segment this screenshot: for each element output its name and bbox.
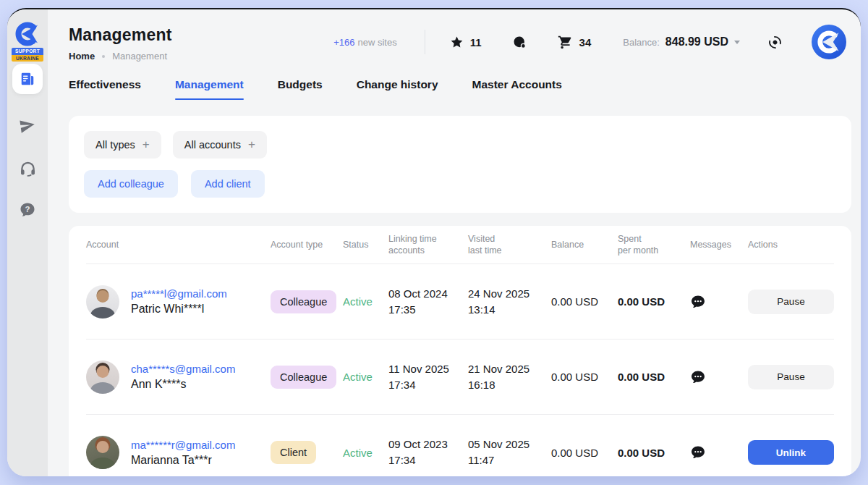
breadcrumb-home[interactable]: Home [69,51,95,62]
account-type-cell: Colleague [271,366,343,389]
visited-time: 16:18 [468,377,551,393]
collaborator-logo-icon[interactable] [14,20,41,48]
visited-time: 11:47 [468,452,551,468]
account-type-cell: Colleague [271,290,343,313]
tab-budgets[interactable]: Budgets [278,78,323,91]
col-visited: Visitedlast time [468,233,551,256]
avatar[interactable] [86,436,119,469]
visited-date: 05 Nov 2025 [468,436,551,452]
message-dots-icon [690,294,706,310]
col-account: Account [86,239,271,250]
stats-divider [425,30,425,54]
balance-cell: 0.00 USD [551,371,618,383]
balance-dropdown[interactable]: Balance: 848.99 USD [623,35,740,48]
avatar[interactable] [86,285,119,319]
status-badge: Active [343,447,388,459]
all-accounts-label: All accounts [184,139,241,151]
page-header: Management Home Management [69,25,172,62]
support-ukraine-badge[interactable]: SUPPORT UKRAINE [12,48,43,62]
linking-time: 17:34 [388,377,468,393]
message-button[interactable] [690,294,706,310]
news-icon [20,71,35,87]
table-header-row: Account Account type Status Linking time… [86,226,834,264]
visited-cell: 24 Nov 2025 13:14 [468,286,551,318]
all-accounts-filter[interactable]: All accounts + [173,131,267,159]
sidebar-item-sites[interactable] [12,64,43,94]
balance-cell: 0.00 USD [551,295,618,308]
plus-icon: + [142,138,150,152]
avatar[interactable] [86,360,119,394]
add-colleague-button[interactable]: Add colleague [84,170,178,198]
linking-date: 08 Oct 2024 [388,286,468,302]
actions-cell: Pause [748,365,834,389]
linking-date: 11 Nov 2025 [388,361,468,377]
visited-date: 21 Nov 2025 [468,361,551,377]
breadcrumb-separator [102,55,105,58]
chats-stat[interactable] [512,35,527,50]
send-icon [19,117,36,135]
account-identity: pa*****l@gmail.com Patric Whi****l [131,287,227,316]
row-action-button[interactable]: Pause [748,290,834,314]
account-avatar-logo[interactable] [812,25,846,59]
col-linking-time: Linking timeaccounts [388,233,468,256]
table-row: pa*****l@gmail.com Patric Whi****l Colle… [86,264,834,340]
visited-cell: 21 Nov 2025 16:18 [468,361,551,393]
account-name: Ann K****s [131,378,235,391]
linking-time-cell: 09 Oct 2023 17:34 [388,436,468,468]
status-badge: Active [343,371,388,383]
support-ukraine-line1: SUPPORT [12,48,43,55]
sidebar-item-send[interactable] [7,117,48,135]
all-types-filter[interactable]: All types + [84,131,161,159]
tab-master-accounts[interactable]: Master Accounts [472,78,562,91]
tab-change-history[interactable]: Change history [357,78,438,91]
star-icon [450,35,464,49]
sidebar-item-support[interactable] [7,159,48,177]
account-cell: cha*****s@gmail.com Ann K****s [86,360,271,394]
new-sites-link[interactable]: +166new sites [333,37,397,48]
favorites-stat[interactable]: 11 [450,35,482,49]
account-email[interactable]: ma******r@gmail.com [131,439,235,451]
account-type-cell: Client [271,441,343,464]
tab-effectiveness[interactable]: Effectiveness [69,78,141,91]
account-cell: ma******r@gmail.com Marianna Ta***r [86,436,271,469]
help-bubble-icon: ? [19,201,36,219]
linking-time: 17:34 [388,452,468,468]
headphones-icon [19,159,37,177]
sidebar-item-help[interactable]: ? [7,201,48,219]
tab-management[interactable]: Management [175,78,244,91]
add-buttons-row: Add colleague Add client [84,170,265,198]
breadcrumb-current: Management [112,51,167,62]
spent-cell: 0.00 USD [618,371,690,383]
table-row: ma******r@gmail.com Marianna Ta***r Clie… [86,415,834,476]
add-client-button[interactable]: Add client [191,170,265,198]
account-type-badge: Colleague [271,290,336,313]
account-type-badge: Client [271,441,316,464]
voice-broadcast-icon [767,35,783,50]
announcements-button[interactable] [767,35,783,50]
table-body: pa*****l@gmail.com Patric Whi****l Colle… [86,264,834,476]
support-ukraine-line2: UKRAINE [12,55,43,62]
tab-bar: Effectiveness Management Budgets Change … [69,78,562,91]
app-window: SUPPORT UKRAINE [7,8,861,476]
status-badge: Active [343,295,388,308]
all-types-label: All types [95,139,135,151]
cart-stat[interactable]: 34 [558,35,592,50]
header-stats: +166new sites 11 34 [333,24,846,60]
cart-icon [558,35,573,50]
cart-count: 34 [579,36,592,48]
account-email[interactable]: cha*****s@gmail.com [131,363,235,375]
col-spent: Spentper month [618,233,690,256]
messages-cell [690,294,748,310]
filters-card: All types + All accounts + Add colleague… [69,116,851,213]
account-identity: ma******r@gmail.com Marianna Ta***r [131,439,235,467]
messages-cell [690,369,748,385]
message-button[interactable] [690,369,706,385]
message-button[interactable] [690,444,706,460]
account-email[interactable]: pa*****l@gmail.com [131,287,227,300]
row-action-button[interactable]: Unlink [748,440,834,465]
actions-cell: Unlink [748,440,834,465]
col-balance: Balance [551,239,618,250]
row-action-button[interactable]: Pause [748,365,834,389]
balance-value: 848.99 USD [665,35,728,48]
new-sites-label: new sites [357,37,396,48]
